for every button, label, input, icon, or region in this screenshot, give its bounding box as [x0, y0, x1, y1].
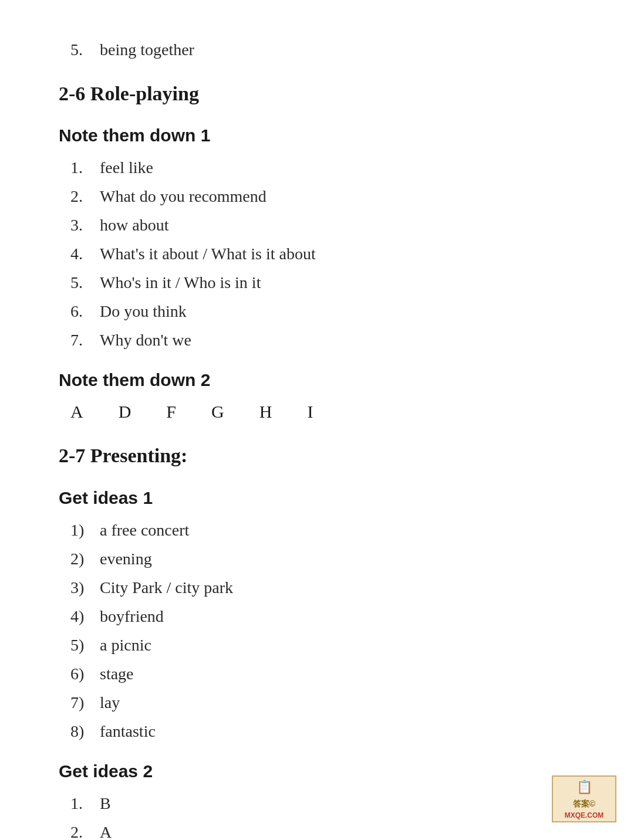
- list-item: 1. B: [70, 789, 575, 818]
- item-num: 4.: [70, 239, 88, 268]
- note-down-2-letters: A D F G H I: [70, 398, 575, 426]
- watermark-line2: MXQE.COM: [565, 810, 604, 821]
- item-num: 1.: [70, 789, 88, 818]
- list-item: 8) fantastic: [70, 717, 575, 746]
- item-text: a picnic: [100, 631, 151, 659]
- list-item: 2) evening: [70, 544, 575, 573]
- item-num: 6): [70, 659, 88, 688]
- get-ideas-1-title: Get ideas 1: [59, 484, 575, 512]
- list-item: 4. What's it about / What is it about: [70, 239, 575, 268]
- section-27-title: 2-7 Presenting:: [59, 440, 575, 472]
- item-num: 4): [70, 602, 88, 631]
- list-item: 7. Why don't we: [70, 326, 575, 354]
- get-ideas-2-list: 1. B 2. A 3. B 4. A 5. B 6. A: [70, 789, 575, 840]
- item-num: 3.: [70, 211, 88, 239]
- letter-h: H: [259, 398, 272, 426]
- letter-d: D: [119, 398, 131, 426]
- item-text: a free concert: [100, 516, 189, 544]
- item-num: 1.: [70, 153, 88, 182]
- list-item: 5. Who's in it / Who is in it: [70, 268, 575, 297]
- item-text: A: [100, 818, 112, 840]
- note-down-2-title: Note them down 2: [59, 366, 575, 394]
- list-item: 2. A: [70, 818, 575, 840]
- item-num: 8): [70, 717, 88, 746]
- list-item: 1) a free concert: [70, 516, 575, 544]
- list-item: 6. Do you think: [70, 297, 575, 326]
- item-text: boyfriend: [100, 602, 164, 631]
- get-ideas-2-title: Get ideas 2: [59, 757, 575, 785]
- watermark-icon: 📋: [576, 777, 592, 797]
- item-text: evening: [100, 544, 152, 573]
- list-item: 7) lay: [70, 688, 575, 717]
- list-item: 4) boyfriend: [70, 602, 575, 631]
- note-down-1-list: 1. feel like 2. What do you recommend 3.…: [70, 153, 575, 354]
- item-text: Who's in it / Who is in it: [100, 268, 261, 297]
- item-text: What's it about / What is it about: [100, 239, 316, 268]
- item-text: B: [100, 789, 111, 818]
- get-ideas-1-list: 1) a free concert 2) evening 3) City Par…: [70, 516, 575, 746]
- item-num: 7.: [70, 326, 88, 354]
- list-item: 1. feel like: [70, 153, 575, 182]
- section-26-title: 2-6 Role-playing: [59, 78, 575, 110]
- item-num: 2.: [70, 182, 88, 211]
- item-text: What do you recommend: [100, 182, 267, 211]
- item-num: 6.: [70, 297, 88, 326]
- list-item: 6) stage: [70, 659, 575, 688]
- item-num: 2): [70, 544, 88, 573]
- intro-item: 5. being together: [70, 35, 575, 64]
- list-item: 3) City Park / city park: [70, 573, 575, 602]
- item-text: Why don't we: [100, 326, 191, 354]
- letter-g: G: [211, 398, 224, 426]
- item-text: feel like: [100, 153, 153, 182]
- letter-a: A: [70, 398, 83, 426]
- item-num: 2.: [70, 818, 88, 840]
- list-item: 2. What do you recommend: [70, 182, 575, 211]
- intro-num: 5.: [70, 35, 88, 64]
- letter-i: I: [307, 398, 313, 426]
- watermark-line1: 答案©: [573, 797, 595, 810]
- letter-f: F: [166, 398, 176, 426]
- item-text: lay: [100, 688, 120, 717]
- item-num: 1): [70, 516, 88, 544]
- item-text: stage: [100, 659, 134, 688]
- item-text: City Park / city park: [100, 573, 233, 602]
- item-text: Do you think: [100, 297, 187, 326]
- item-num: 5): [70, 631, 88, 659]
- intro-text: being together: [100, 35, 194, 64]
- item-text: fantastic: [100, 717, 156, 746]
- watermark: 📋 答案© MXQE.COM: [552, 775, 616, 822]
- item-num: 3): [70, 573, 88, 602]
- item-text: how about: [100, 211, 168, 239]
- list-item: 5) a picnic: [70, 631, 575, 659]
- item-num: 5.: [70, 268, 88, 297]
- item-num: 7): [70, 688, 88, 717]
- note-down-1-title: Note them down 1: [59, 121, 575, 150]
- list-item: 3. how about: [70, 211, 575, 239]
